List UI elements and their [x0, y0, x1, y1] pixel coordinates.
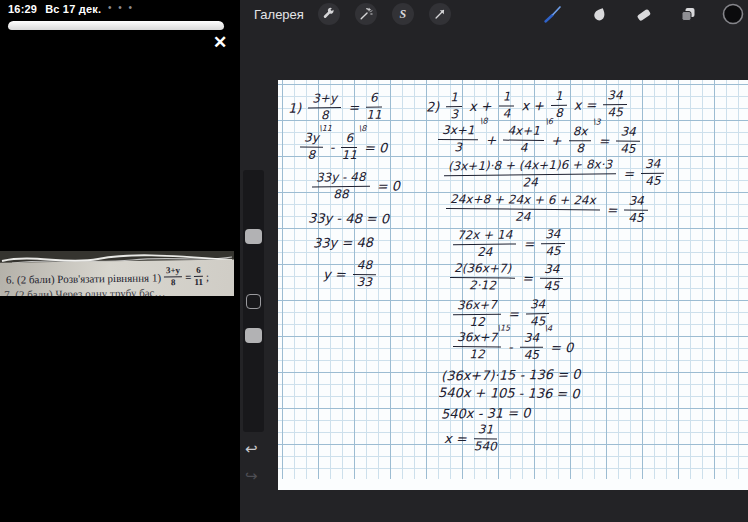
hw-fraction: 72x + 1424 [453, 229, 517, 260]
top-toolbar: Галерея S [240, 0, 748, 28]
hw-line: 540x - 31 = 0 [441, 403, 667, 421]
magic-wand-icon [359, 7, 373, 21]
canvas[interactable]: 1)3+y8=6113y8\11-611\8= 033y - 4888= 033… [278, 80, 748, 490]
printed-fraction-2: 6 11 [194, 266, 203, 287]
hw-line: x =31540 [444, 423, 667, 456]
reference-panel: 16:29 Вс 17 дек. • • • ✕ 6. (2 бали) Роз… [0, 0, 240, 522]
hw-line: y =4833 [323, 258, 400, 289]
hw-fraction: 3445\4 [520, 332, 544, 363]
hw-fraction: 14 [499, 90, 515, 121]
hw-line: (3x+1)·8 + (4x+1)6 + 8x·324=3445 [442, 158, 667, 191]
color-button[interactable] [722, 3, 744, 25]
hw-fraction: 36x+712\15 [453, 331, 501, 362]
brush-sidebar [243, 170, 264, 432]
modify-button[interactable] [246, 294, 261, 309]
hw-fraction: 2(36x+7)2·12 [450, 262, 515, 293]
hw-line: (36x+7)·15 - 136 = 0 [441, 365, 667, 383]
procreate-window: Галерея S [240, 0, 748, 522]
color-swatch-icon [722, 3, 744, 25]
status-date: Вс 17 дек. [45, 3, 101, 15]
smudge-button[interactable] [587, 3, 609, 25]
eraser-icon [634, 5, 653, 24]
hw-fraction: 24x+8 + 24x + 6 + 24x24 [446, 193, 600, 225]
hw-fraction: 3445 [616, 125, 640, 156]
hw-fraction: 13 [446, 91, 462, 122]
hw-fraction: 3445 [624, 194, 648, 225]
redo-button[interactable]: ↪ [245, 468, 258, 483]
selection-button[interactable]: S [392, 3, 414, 25]
close-icon[interactable]: ✕ [209, 31, 231, 53]
layers-button[interactable] [677, 3, 699, 25]
hw-line: 24x+8 + 24x + 6 + 24x24=3445 [444, 193, 667, 226]
photo-paper: 6. (2 бали) Розв'язати рівняння 1) 3+y 8… [0, 259, 234, 296]
status-time: 16:29 [8, 3, 37, 15]
hw-line: 2(36x+7)2·12=3445 [448, 262, 667, 294]
hw-line: 36x+712=3445 [451, 296, 667, 329]
status-bar: 16:29 Вс 17 дек. [8, 3, 101, 15]
hw-fraction: 3445 [541, 228, 565, 259]
sheet-drag-handle[interactable] [8, 21, 224, 30]
hw-fraction: 31540 [474, 423, 498, 454]
hw-fraction: 611\8 [341, 132, 357, 163]
hw-fraction: 3445 [603, 89, 627, 120]
paint-tools [542, 0, 744, 28]
hw-fraction: 3445 [641, 158, 665, 189]
gallery-button[interactable]: Галерея [254, 7, 304, 22]
hw-fraction: 18 [551, 90, 567, 121]
hw-fraction: 611 [366, 92, 382, 123]
brush-size-slider[interactable] [245, 229, 262, 244]
hw-fraction: 33y - 4888 [312, 171, 370, 202]
hw-fraction: 36x+712 [453, 298, 501, 329]
brush-button[interactable] [542, 3, 564, 25]
hw-fraction: 8x8\3 [569, 125, 592, 156]
hw-fraction: 3y8\11 [300, 131, 323, 162]
printed-problem-7: 7. (2 бали) Через одну трубу бас… [4, 286, 165, 296]
eraser-button[interactable] [632, 3, 654, 25]
hw-line: 33y - 4888= 0 [310, 171, 400, 203]
printed-fraction-1: 3+y 8 [164, 266, 182, 287]
layers-icon [679, 5, 698, 24]
multitask-handle-icon[interactable]: • • • [108, 2, 134, 13]
hw-fraction: 3445 [540, 263, 564, 294]
printed-problem-6: 6. (2 бали) Розв'язати рівняння 1) 3+y 8… [6, 266, 209, 290]
hw-line: 3y8\11-611\8= 0 [298, 131, 400, 162]
brush-opacity-slider[interactable] [245, 328, 262, 343]
hw-fraction: (3x+1)·8 + (4x+1)6 + 8x·324 [444, 158, 617, 191]
handwritten-problem-2: 2)13x +14x +18x =34453x+13\8+4x+14\6+8x8… [426, 90, 666, 454]
adjustments-button[interactable] [355, 3, 377, 25]
printed-semicolon: ; [206, 270, 209, 282]
hw-line: 36x+712\15-3445\4= 0 [451, 331, 667, 363]
hw-line: 1)3+y8=611 [288, 91, 400, 123]
hw-line: 3x+13\8+4x+14\6+8x8\3=3445 [436, 124, 667, 157]
transform-arrow-icon [433, 7, 447, 21]
brush-icon [543, 4, 563, 24]
actions-button[interactable] [318, 3, 340, 25]
printed-equals: = [185, 271, 191, 283]
handwritten-problem-1: 1)3+y8=6113y8\11-611\8= 033y - 4888= 033… [288, 92, 400, 289]
hw-fraction: 4x+14\6 [503, 124, 544, 155]
selection-s-icon: S [400, 7, 407, 22]
hw-line: 33y = 48 [313, 234, 400, 250]
reference-photo[interactable]: 6. (2 бали) Розв'язати рівняння 1) 3+y 8… [0, 251, 234, 296]
undo-button[interactable]: ↩ [245, 441, 258, 456]
problem6-text: 6. (2 бали) Розв'язати рівняння 1) [6, 271, 161, 285]
transform-button[interactable] [429, 3, 451, 25]
hw-fraction: 3+y8 [308, 92, 341, 123]
wrench-icon [322, 7, 336, 21]
hw-fraction: 3x+13\8 [438, 124, 479, 155]
hw-line: 72x + 1424=3445 [451, 227, 667, 260]
hw-line: 540x + 105 - 136 = 0 [438, 385, 667, 402]
hw-fraction: 4833 [353, 259, 377, 290]
hw-line: 33y - 48 = 0 [308, 210, 400, 226]
smudge-icon [589, 5, 608, 24]
